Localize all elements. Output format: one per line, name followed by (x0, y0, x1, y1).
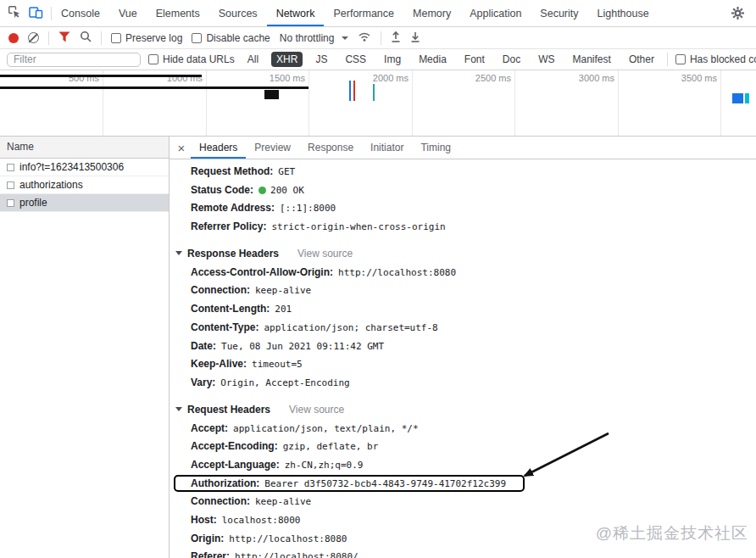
filter-type-manifest[interactable]: Manifest (568, 52, 616, 67)
inspect-element-icon[interactable] (8, 5, 21, 21)
filter-type-font[interactable]: Font (459, 52, 490, 67)
header-name: Origin: (191, 533, 224, 544)
header-name: Content-Length: (191, 303, 270, 315)
request-header-row: Accept-Language:zh-CN,zh;q=0.9 (170, 456, 756, 475)
header-name: Status Code: (191, 184, 253, 196)
request-header-row: Accept-Encoding:gzip, deflate, br (170, 438, 756, 456)
network-overview-strip[interactable]: 500 ms 1000 ms 1500 ms 2000 ms 2500 ms 3… (0, 70, 756, 137)
preserve-log-checkbox[interactable]: Preserve log (111, 32, 182, 44)
request-header-row-authorization: Authorization:Bearer d3f50732-bcb4-4843-… (170, 475, 756, 494)
request-header-row: Host:localhost:8000 (170, 511, 756, 530)
general-row: Request Method:GET (170, 163, 756, 181)
hide-data-urls-checkbox[interactable]: Hide data URLs (148, 53, 235, 65)
filter-type-img[interactable]: Img (379, 52, 406, 67)
search-icon[interactable] (80, 31, 92, 45)
record-icon[interactable] (8, 33, 19, 43)
request-row-info[interactable]: info?t=1623413500306 (0, 159, 169, 176)
filter-type-media[interactable]: Media (414, 52, 452, 67)
gridline (720, 70, 721, 136)
settings-gear-icon[interactable] (720, 0, 756, 26)
tab-sources[interactable]: Sources (209, 0, 267, 26)
name-column-header[interactable]: Name (0, 137, 169, 159)
tab-memory[interactable]: Memory (403, 0, 460, 26)
request-row-profile[interactable]: profile (0, 194, 169, 212)
toolbar-divider (381, 31, 381, 45)
header-name: Referer: (191, 550, 230, 558)
request-name: info?t=1623413500306 (19, 161, 124, 173)
filter-funnel-icon[interactable] (58, 31, 70, 45)
export-har-icon[interactable] (410, 31, 420, 45)
filter-type-all[interactable]: All (242, 52, 264, 67)
tab-network[interactable]: Network (267, 0, 325, 26)
filter-input[interactable] (7, 53, 141, 67)
request-header-row: Origin:http://localhost:8080 (170, 530, 756, 549)
status-green-dot-icon (258, 187, 266, 194)
has-blocked-cookies-checkbox[interactable]: Has blocked cookies (675, 53, 756, 65)
header-name: Access-Control-Allow-Origin: (191, 266, 333, 278)
filter-type-other[interactable]: Other (624, 52, 659, 67)
tab-console[interactable]: Console (52, 0, 109, 26)
tab-vue[interactable]: Vue (109, 0, 147, 26)
file-icon (7, 181, 14, 189)
header-value: [::1]:8000 (280, 203, 336, 214)
header-value: localhost:8000 (222, 515, 301, 526)
tab-initiator[interactable]: Initiator (362, 137, 412, 159)
view-source-link[interactable]: View source (289, 404, 344, 416)
triangle-expanded-icon (175, 251, 182, 255)
filter-type-js[interactable]: JS (310, 52, 332, 67)
filter-type-ws[interactable]: WS (533, 52, 559, 67)
header-name: Accept-Encoding: (191, 440, 278, 452)
tab-preview[interactable]: Preview (246, 137, 299, 159)
checkbox-box (111, 33, 121, 43)
general-row: Remote Address:[::1]:8000 (170, 199, 756, 218)
view-source-link[interactable]: View source (297, 248, 353, 259)
header-value: keep-alive (255, 285, 311, 296)
tab-timing[interactable]: Timing (412, 137, 459, 159)
disable-cache-checkbox[interactable]: Disable cache (192, 32, 270, 44)
network-conditions-icon[interactable] (358, 31, 371, 45)
tab-headers[interactable]: Headers (191, 137, 246, 159)
response-header-row: Access-Control-Allow-Origin:http://local… (170, 264, 756, 282)
request-row-authorizations[interactable]: authorizations (0, 176, 169, 194)
toolbar-divider (48, 31, 49, 45)
checkbox-box (192, 33, 202, 43)
time-label: 3000 ms (564, 73, 614, 83)
header-value: application/json, text/plain, */* (233, 423, 419, 434)
response-header-row: Content-Type:application/json; charset=u… (170, 319, 756, 338)
dom-content-loaded-marker (349, 81, 351, 101)
checkbox-box (675, 54, 686, 64)
close-icon[interactable]: × (172, 137, 191, 159)
device-toolbar-icon[interactable] (29, 6, 43, 21)
network-toolbar: Preserve log Disable cache No throttling (0, 27, 756, 49)
overview-request-bar (745, 93, 749, 103)
gridline (412, 70, 413, 136)
tab-application[interactable]: Application (460, 0, 531, 26)
request-headers-section-header[interactable]: Request Headers View source (170, 399, 756, 420)
throttling-dropdown[interactable]: No throttling (280, 32, 349, 44)
gridline (206, 70, 207, 136)
request-list-panel: Name info?t=1623413500306 authorizations… (0, 137, 170, 558)
clear-icon[interactable] (28, 32, 39, 43)
response-header-row: Keep-Alive:timeout=5 (170, 355, 756, 374)
time-label: 2500 ms (460, 73, 511, 83)
header-value: http://localhost:8080/ (235, 551, 359, 558)
filter-type-css[interactable]: CSS (340, 52, 371, 67)
response-headers-section-header[interactable]: Response Headers View source (170, 243, 756, 264)
gridline (103, 70, 103, 136)
import-har-icon[interactable] (391, 31, 401, 45)
header-name: Host: (191, 514, 217, 526)
tab-performance[interactable]: Performance (324, 0, 403, 26)
filter-type-xhr[interactable]: XHR (271, 52, 303, 67)
filter-type-doc[interactable]: Doc (498, 52, 525, 67)
tab-elements[interactable]: Elements (147, 0, 209, 26)
header-value: Tue, 08 Jun 2021 09:11:42 GMT (221, 341, 384, 352)
section-title: Response Headers (187, 248, 279, 259)
file-icon (7, 164, 14, 171)
request-name: authorizations (19, 179, 83, 191)
overview-request-bar (732, 93, 743, 103)
tab-lighthouse[interactable]: Lighthouse (588, 0, 659, 26)
preserve-log-label: Preserve log (125, 32, 182, 44)
tab-security[interactable]: Security (531, 0, 587, 26)
throttling-value: No throttling (280, 32, 335, 44)
tab-response[interactable]: Response (299, 137, 362, 159)
